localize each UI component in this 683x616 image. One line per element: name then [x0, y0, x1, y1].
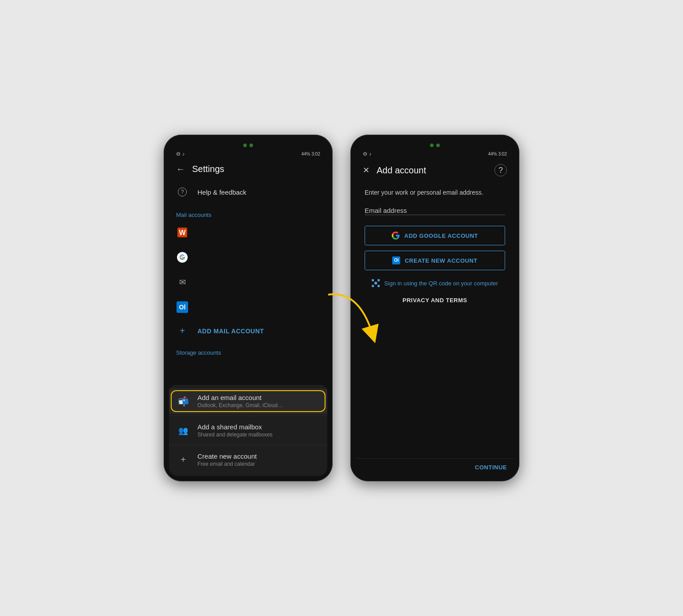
camera-dots-1 [169, 140, 327, 149]
add-account-title: Add account [377, 165, 487, 176]
status-icons-1: 44% 3:02 [301, 152, 320, 156]
office-icon: W [176, 226, 189, 239]
phone-1: ⊖ ♪ 44% 3:02 ← Settings ? [164, 135, 333, 481]
add-email-account-item[interactable]: 📬 Add an email account Outlook, Exchange… [169, 388, 327, 414]
create-account-label: CREATE NEW ACCOUNT [405, 257, 478, 264]
shared-mailbox-content: Add a shared mailbox Shared and delegate… [197, 423, 273, 438]
add-email-content: Add an email account Outlook, Exchange, … [197, 394, 283, 408]
email-field-label: Email address [365, 207, 505, 215]
camera-dot-3 [430, 144, 434, 147]
camera-dot-4 [436, 144, 440, 147]
qr-signin-text: Sign in using the QR code on your comput… [384, 280, 498, 287]
qr-signin-row[interactable]: Sign in using the QR code on your comput… [365, 279, 505, 287]
subtitle-text: Enter your work or personal email addres… [365, 189, 505, 196]
add-email-icon: 📬 [176, 394, 190, 408]
outlook-account-item[interactable]: Ol [169, 295, 327, 320]
close-button[interactable]: ✕ [363, 165, 370, 175]
mail-accounts-label: Mail accounts [169, 204, 327, 220]
create-account-icon: + [176, 453, 190, 467]
divider-2 [169, 445, 327, 445]
shared-mailbox-subtitle: Shared and delegate mailboxes [197, 432, 273, 438]
envelope-account-item[interactable]: ✉ [169, 270, 327, 295]
bottom-sheet: 📬 Add an email account Outlook, Exchange… [169, 385, 327, 476]
music-icon: ♪ [182, 151, 185, 156]
google-account-item[interactable] [169, 245, 327, 270]
status-bar-2: ⊖ ♪ 44% 3:02 [356, 149, 514, 159]
yellow-arrow [324, 286, 382, 348]
status-icons-2: 44% 3:02 [488, 152, 507, 156]
add-account-header: ✕ Add account ? [356, 159, 514, 182]
office-account-item[interactable]: W [169, 220, 327, 245]
create-account-subtitle: Free email and calendar [197, 461, 257, 467]
add-mail-label: ADD MAIL ACCOUNT [197, 328, 264, 335]
camera-dots-2 [356, 140, 514, 149]
back-arrow-icon[interactable]: ← [176, 164, 185, 174]
status-right-1: 44% 3:02 [301, 152, 320, 156]
add-google-label: ADD GOOGLE ACCOUNT [404, 232, 478, 239]
create-account-title: Create new account [197, 452, 257, 460]
status-left-1: ⊖ ♪ [176, 151, 185, 157]
google-icon [176, 251, 189, 264]
camera-dot-2 [249, 144, 253, 147]
status-right-2: 44% 3:02 [488, 152, 507, 156]
minus-circle-icon: ⊖ [176, 151, 181, 157]
continue-btn-area: CONTINUE [356, 458, 514, 476]
status-left-2: ⊖ ♪ [363, 151, 372, 157]
settings-header: ← Settings [169, 159, 327, 180]
privacy-terms-label: PRIVACY AND TERMS [402, 297, 467, 304]
outlook-small-icon: Ol [392, 256, 400, 264]
phone-container: ⊖ ♪ 44% 3:02 ← Settings ? [164, 135, 519, 481]
settings-title: Settings [192, 164, 224, 174]
create-new-account-button[interactable]: Ol CREATE NEW ACCOUNT [365, 251, 505, 270]
shared-mailbox-icon: 👥 [176, 424, 190, 438]
help-feedback-item[interactable]: ? Help & feedback [169, 180, 327, 204]
shared-mailbox-item[interactable]: 👥 Add a shared mailbox Shared and delega… [169, 418, 327, 443]
email-input-underline [365, 215, 505, 215]
continue-button[interactable]: CONTINUE [475, 464, 507, 471]
create-account-content: Create new account Free email and calend… [197, 452, 257, 467]
create-account-item[interactable]: + Create new account Free email and cale… [169, 447, 327, 472]
minus-circle-icon-2: ⊖ [363, 151, 367, 157]
add-email-subtitle: Outlook, Exchange, Gmail, iCloud… [197, 402, 283, 408]
envelope-icon: ✉ [176, 276, 189, 288]
shared-mailbox-title: Add a shared mailbox [197, 423, 273, 431]
camera-dot-1 [243, 144, 247, 147]
add-mail-item[interactable]: + ADD MAIL ACCOUNT [169, 320, 327, 342]
help-icon: ? [176, 186, 189, 198]
add-google-account-button[interactable]: ADD GOOGLE ACCOUNT [365, 226, 505, 245]
help-feedback-label: Help & feedback [197, 188, 246, 196]
plus-icon: + [176, 326, 189, 336]
music-icon-2: ♪ [369, 151, 372, 156]
help-button[interactable]: ? [494, 164, 507, 176]
svg-text:W: W [179, 229, 186, 236]
privacy-terms-row[interactable]: PRIVACY AND TERMS [365, 296, 505, 304]
divider-1 [169, 416, 327, 416]
status-bar-1: ⊖ ♪ 44% 3:02 [169, 149, 327, 159]
storage-accounts-label: Storage accounts [169, 342, 327, 358]
outlook-icon: Ol [176, 301, 189, 313]
google-logo-icon [392, 232, 400, 240]
add-email-title: Add an email account [197, 394, 283, 401]
